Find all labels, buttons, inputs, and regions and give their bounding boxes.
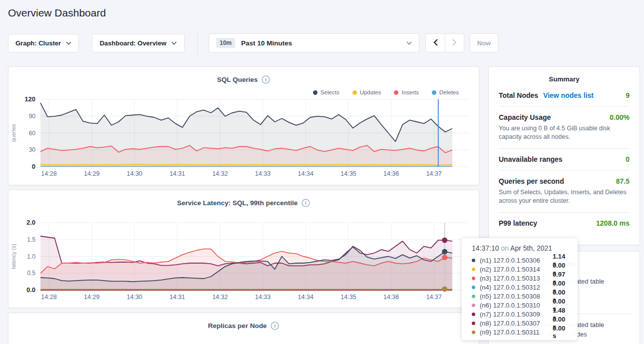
svg-text:i: i [265,77,267,82]
chevron-right-icon [452,39,457,47]
svg-text:queries: queries [10,124,16,142]
replicas-per-node-title: Replicas per Node i [8,322,479,330]
graph-dropdown[interactable]: Graph: Cluster [8,34,79,52]
chevron-down-icon [171,41,177,45]
dashboard-dropdown[interactable]: Dashboard: Overview [92,34,185,52]
svg-text:14:36: 14:36 [383,294,399,301]
svg-text:14:35: 14:35 [340,294,356,301]
page-title: Overview Dashboard [8,7,106,19]
svg-text:0: 0 [32,163,35,170]
info-icon[interactable]: i [271,322,279,330]
view-nodes-list-link[interactable]: View nodes list [543,91,594,99]
chevron-left-icon [433,39,438,47]
summary-row-value: 9 [626,91,630,99]
legend-item-selects[interactable]: Selects [313,89,339,95]
svg-text:latency (s): latency (s) [10,244,16,269]
sql-queries-panel: SQL Queries i SelectsUpdatesInsertsDelet… [8,66,479,185]
summary-row-value: 0 [626,155,630,163]
svg-text:i: i [305,200,307,206]
service-latency-title: Service Latency: SQL, 99th percentile i [8,199,479,207]
summary-row-value: 87.5 [616,177,630,185]
service-latency-chart[interactable]: 0.00.51.01.52.014:2814:2914:3014:3114:32… [8,215,480,308]
node-color-dot-icon [472,295,475,298]
svg-text:14:31: 14:31 [169,170,185,177]
time-prev-button[interactable] [426,34,445,52]
summary-row-value: 0.00% [610,113,630,121]
svg-text:14:28: 14:28 [41,170,56,177]
summary-row: Total NodesView nodes list9 [499,85,630,107]
svg-text:14:34: 14:34 [298,170,314,177]
svg-text:90: 90 [29,113,36,120]
legend-dot-icon [394,90,398,95]
summary-title: Summary [499,67,630,85]
tooltip-node-row: (n9) 127.0.0.1:503110.00 s [472,328,571,337]
svg-text:1.0: 1.0 [27,253,35,260]
time-pager [425,33,464,52]
svg-text:14:36: 14:36 [383,170,399,177]
svg-text:0.0: 0.0 [26,286,35,294]
svg-text:14:30: 14:30 [127,294,142,301]
svg-text:60: 60 [29,130,36,137]
summary-row: P99 latency1208.0 ms [499,213,630,234]
node-color-dot-icon [472,331,475,334]
summary-row-subtext: You are using 0 B of 4.5 GiB usable disk… [499,124,630,141]
svg-text:i: i [275,323,276,329]
svg-text:14:34: 14:34 [298,294,314,301]
svg-text:14:31: 14:31 [169,294,185,301]
svg-text:14:33: 14:33 [255,294,271,301]
toolbar-divider [197,32,198,54]
info-icon[interactable]: i [262,75,270,84]
sql-queries-chart[interactable]: 030609012014:2814:2914:3014:3114:3214:33… [8,92,480,184]
legend-item-deletes[interactable]: Deletes [432,89,459,95]
legend-item-updates[interactable]: Updates [352,89,381,95]
graph-dropdown-label: Graph: Cluster [15,39,61,47]
summary-row-label: Total Nodes [499,91,538,99]
svg-text:1.5: 1.5 [27,236,35,243]
tooltip-timestamp: 14:37:10 on Apr 5th, 2021 [472,244,571,252]
summary-rows: Total NodesView nodes list9Capacity Usag… [499,85,630,234]
overview-dashboard-page: Overview Dashboard Graph: Cluster Dashbo… [0,0,644,344]
node-color-dot-icon [472,313,475,316]
svg-text:14:37: 14:37 [426,170,442,177]
sql-chart-legend: SelectsUpdatesInsertsDeletes [313,89,459,95]
svg-text:14:32: 14:32 [212,294,228,301]
legend-dot-icon [313,90,318,95]
svg-text:14:28: 14:28 [41,294,56,301]
svg-text:0.5: 0.5 [27,270,35,277]
summary-row: Unavailable ranges0 [499,149,630,171]
chart-hover-tooltip: 14:37:10 on Apr 5th, 2021 (n1) 127.0.0.1… [462,238,578,340]
chevron-down-icon [66,41,71,45]
info-icon[interactable]: i [302,199,310,207]
node-color-dot-icon [472,286,475,289]
tooltip-rows: (n1) 127.0.0.1:503061.14 s(n2) 127.0.0.1… [472,256,571,337]
legend-item-inserts[interactable]: Inserts [394,89,419,95]
service-latency-panel: Service Latency: SQL, 99th percentile i … [8,190,479,308]
time-range-badge: 10m [216,38,235,48]
summary-row: Capacity Usage0.00%You are using 0 B of … [499,107,630,149]
summary-row-subtext: Sum of Selects, Updates, Inserts, and De… [499,188,630,205]
summary-row-label: Queries per second [499,177,564,185]
time-next-button[interactable] [445,34,464,52]
svg-text:14:33: 14:33 [255,170,271,177]
chevron-down-icon [406,41,412,45]
now-button[interactable]: Now [470,33,498,52]
svg-text:14:30: 14:30 [127,170,142,177]
time-range-label: Past 10 Minutes [241,39,292,47]
svg-text:30: 30 [29,146,36,153]
summary-row-value: 1208.0 ms [596,219,630,227]
svg-text:14:29: 14:29 [84,170,99,177]
replicas-per-node-panel: Replicas per Node i [8,313,479,344]
time-range-dropdown[interactable]: 10m Past 10 Minutes [209,33,419,52]
svg-text:2.0: 2.0 [26,219,35,226]
node-color-dot-icon [472,304,475,307]
summary-row: Queries per second87.5Sum of Selects, Up… [499,171,630,213]
legend-dot-icon [432,90,436,95]
legend-dot-icon [352,90,357,95]
node-color-dot-icon [472,259,475,262]
summary-row-label: P99 latency [499,219,537,227]
svg-text:14:29: 14:29 [84,294,99,301]
node-color-dot-icon [472,322,475,325]
node-color-dot-icon [472,277,475,280]
svg-text:120: 120 [24,95,35,103]
summary-row-label: Unavailable ranges [499,155,563,163]
